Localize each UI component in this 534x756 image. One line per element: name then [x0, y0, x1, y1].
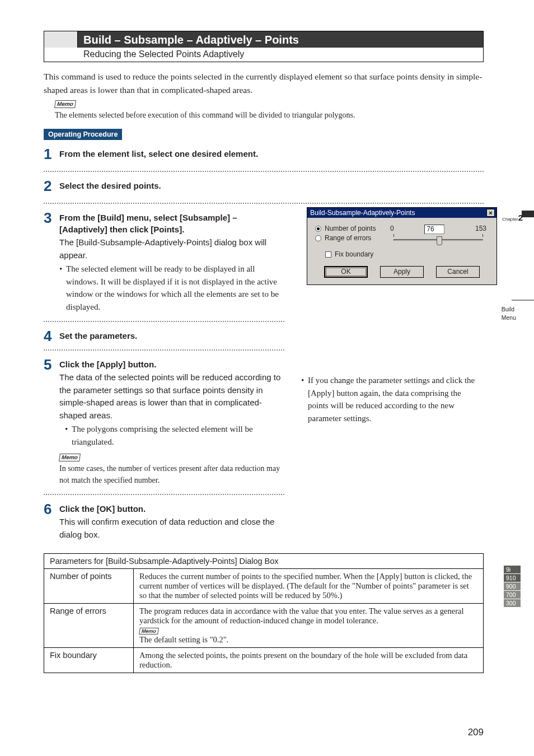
step-heading: Click the [Apply] button. — [59, 358, 284, 370]
step-5: 5 Click the [Apply] button. The data of … — [44, 358, 284, 486]
step-body: The [Build-Subsample-Adaptively-Points] … — [59, 236, 284, 262]
table-row: Number of points Reduces the current num… — [44, 569, 484, 604]
param-name: Fix boundary — [44, 648, 134, 673]
chapter-label: Chapter2 — [495, 213, 523, 222]
section-header: Build – Subsample – Adaptively – Points … — [44, 31, 484, 62]
step5-side-note: If you change the parameter settings and… — [301, 374, 484, 424]
step-number: 1 — [44, 146, 51, 163]
table-row: Range of errors The program reduces data… — [44, 604, 484, 648]
step-6: 6 Click the [OK] button. This will confi… — [44, 503, 284, 541]
step-3: 3 From the [Build] menu, select [Subsam­… — [44, 212, 284, 313]
radio-number-of-points[interactable]: Number of points — [315, 225, 382, 232]
chapter-text: Chapter — [502, 217, 518, 222]
radio-label: Range of errors — [325, 234, 371, 242]
memo-tag: Memo — [139, 628, 159, 634]
cancel-button[interactable]: Cancel — [436, 266, 480, 278]
side-menu-label: Build Menu — [502, 305, 516, 321]
model-badge: 9i — [504, 566, 521, 573]
param-desc-pre: The program reduces data in accordance w… — [139, 606, 463, 625]
slider-min: 0 — [390, 225, 394, 234]
intro-memo: The elements selected before execution o… — [55, 109, 484, 121]
step-bullet: The polygons comprising the selected ele… — [65, 423, 284, 448]
table-caption: Parameters for [Build-Subsample-Adaptive… — [44, 554, 484, 569]
checkbox-label: Fix boundary — [335, 250, 373, 258]
model-list: 9i 910 900 700 300 — [504, 566, 521, 608]
table-row: Fix boundary Among the selected points, … — [44, 648, 484, 673]
operating-procedure-label: Operating Procedure — [44, 129, 122, 140]
slider-thumb[interactable] — [437, 236, 442, 245]
side-menu-line: Build — [502, 305, 516, 314]
radio-icon — [315, 226, 321, 232]
step-body: This will confirm execution of data redu… — [59, 516, 284, 541]
param-name: Range of errors — [44, 604, 134, 648]
step-memo: In some cases, the number of vertices pr… — [59, 463, 284, 486]
model-badge: 300 — [504, 599, 521, 607]
memo-tag: Memo — [59, 454, 81, 461]
param-desc: Reduces the current number of points to … — [134, 569, 484, 604]
separator — [44, 321, 284, 322]
radio-label: Number of points — [325, 225, 376, 232]
radio-icon — [315, 235, 321, 241]
step-number: 4 — [44, 328, 51, 345]
step-2: 2 Select the desired points. — [44, 180, 484, 192]
ok-button[interactable]: OK — [324, 266, 368, 278]
step-heading: Click the [OK] button. — [59, 503, 284, 515]
memo-tag: Memo — [54, 100, 76, 108]
model-badge: 910 — [504, 574, 521, 582]
apply-button[interactable]: Apply — [380, 266, 424, 278]
step-heading: Select the desired points. — [59, 180, 484, 192]
param-desc: Among the selected points, the points pr… — [134, 648, 484, 673]
slider[interactable] — [394, 239, 483, 241]
separator — [44, 171, 484, 172]
close-icon[interactable]: × — [486, 209, 495, 217]
step-heading: Set the parameters. — [59, 330, 284, 342]
step-4: 4 Set the parameters. — [44, 330, 284, 342]
step-number: 3 — [44, 209, 51, 227]
step-body: The data of the selected points will be … — [59, 371, 284, 422]
slider-max: 153 — [475, 225, 486, 234]
side-divider — [512, 300, 534, 301]
points-input[interactable]: 76 — [424, 225, 444, 234]
param-desc: The program reduces data in accordance w… — [134, 604, 484, 648]
step-number: 5 — [44, 356, 51, 374]
checkbox-icon — [325, 251, 331, 258]
param-name: Number of points — [44, 569, 134, 604]
step-heading: From the [Build] menu, select [Subsam­pl… — [59, 212, 284, 235]
header-subtitle: Reducing the Selected Points Adaptively — [44, 48, 483, 62]
parameters-table: Parameters for [Build-Subsample-Adaptive… — [44, 553, 484, 673]
chapter-tab — [522, 211, 534, 217]
side-menu-line: Menu — [502, 314, 516, 322]
step-number: 6 — [44, 501, 51, 518]
chapter-number: 2 — [518, 213, 523, 222]
fix-boundary-checkbox[interactable]: Fix boundary — [325, 250, 489, 258]
step-heading: From the element list, select one desire… — [59, 148, 261, 160]
param-desc-post: The default setting is "0.2". — [139, 635, 228, 644]
step-number: 2 — [44, 178, 51, 195]
dialog-title: Build-Subsample-Adaptively-Points — [310, 209, 415, 217]
step-1: 1 From the element list, select one desi… — [44, 148, 484, 160]
intro-text: This command is used to reduce the point… — [44, 70, 484, 97]
separator — [44, 494, 284, 495]
dialog-box: Build-Subsample-Adaptively-Points × Numb… — [307, 207, 497, 285]
header-accent — [44, 31, 78, 48]
step-bullet: The selected element will be ready to be… — [59, 263, 284, 313]
model-badge: 700 — [504, 591, 521, 599]
header-title: Build – Subsample – Adaptively – Points — [83, 34, 299, 46]
model-badge: 900 — [504, 582, 521, 590]
page-number: 209 — [468, 727, 484, 738]
radio-range-of-errors[interactable]: Range of errors — [315, 234, 382, 242]
